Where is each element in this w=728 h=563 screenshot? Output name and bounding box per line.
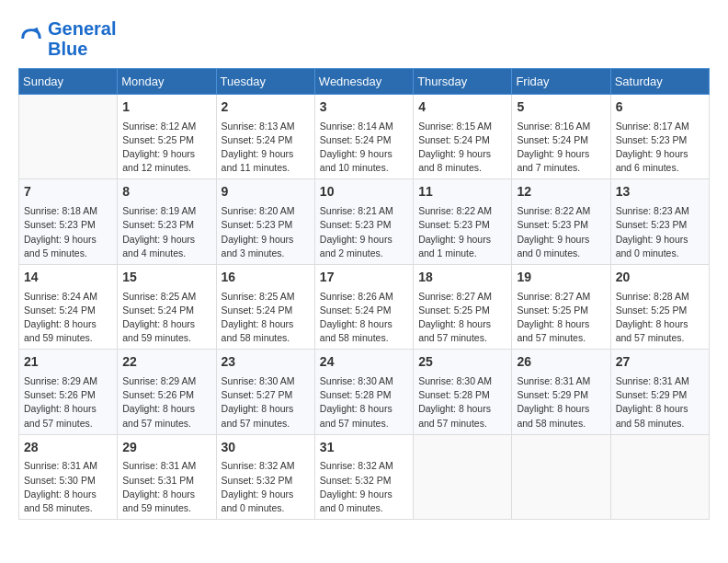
day-info: Sunrise: 8:23 AM Sunset: 5:23 PM Dayligh… — [616, 204, 704, 260]
day-cell: 27Sunrise: 8:31 AM Sunset: 5:29 PM Dayli… — [610, 350, 709, 434]
day-cell: 5Sunrise: 8:16 AM Sunset: 5:24 PM Daylig… — [512, 95, 610, 179]
day-cell: 10Sunrise: 8:21 AM Sunset: 5:23 PM Dayli… — [314, 179, 413, 264]
day-cell: 19Sunrise: 8:27 AM Sunset: 5:25 PM Dayli… — [512, 264, 610, 349]
day-number: 12 — [517, 183, 605, 201]
day-cell: 9Sunrise: 8:20 AM Sunset: 5:23 PM Daylig… — [216, 179, 314, 264]
week-row-1: 1Sunrise: 8:12 AM Sunset: 5:25 PM Daylig… — [19, 95, 710, 179]
day-cell: 7Sunrise: 8:18 AM Sunset: 5:23 PM Daylig… — [19, 179, 118, 264]
day-info: Sunrise: 8:18 AM Sunset: 5:23 PM Dayligh… — [24, 204, 112, 260]
day-info: Sunrise: 8:28 AM Sunset: 5:25 PM Dayligh… — [616, 290, 704, 346]
day-number: 22 — [122, 353, 210, 372]
day-number: 10 — [320, 183, 408, 201]
day-number: 18 — [418, 269, 506, 287]
day-number: 25 — [418, 353, 506, 372]
day-cell: 11Sunrise: 8:22 AM Sunset: 5:23 PM Dayli… — [414, 179, 512, 264]
week-row-5: 28Sunrise: 8:31 AM Sunset: 5:30 PM Dayli… — [19, 434, 710, 519]
day-number: 27 — [616, 353, 704, 372]
day-number: 17 — [320, 269, 408, 287]
day-cell: 30Sunrise: 8:32 AM Sunset: 5:32 PM Dayli… — [216, 434, 314, 519]
day-info: Sunrise: 8:30 AM Sunset: 5:28 PM Dayligh… — [320, 374, 408, 431]
day-info: Sunrise: 8:25 AM Sunset: 5:24 PM Dayligh… — [122, 290, 210, 346]
week-row-2: 7Sunrise: 8:18 AM Sunset: 5:23 PM Daylig… — [19, 179, 710, 264]
day-number: 20 — [616, 269, 704, 287]
day-cell: 16Sunrise: 8:25 AM Sunset: 5:24 PM Dayli… — [216, 264, 314, 349]
day-number: 19 — [517, 269, 605, 287]
weekday-header-tuesday: Tuesday — [216, 69, 314, 95]
day-number: 15 — [122, 269, 210, 287]
day-number: 24 — [320, 353, 408, 372]
day-cell: 12Sunrise: 8:22 AM Sunset: 5:23 PM Dayli… — [512, 179, 610, 264]
day-number: 4 — [418, 98, 506, 117]
day-number: 5 — [517, 98, 605, 117]
week-row-3: 14Sunrise: 8:24 AM Sunset: 5:24 PM Dayli… — [19, 264, 710, 349]
day-info: Sunrise: 8:31 AM Sunset: 5:29 PM Dayligh… — [517, 374, 605, 431]
day-number: 29 — [122, 439, 210, 457]
day-info: Sunrise: 8:32 AM Sunset: 5:32 PM Dayligh… — [320, 459, 408, 515]
logo-icon — [18, 26, 44, 52]
logo-text: General — [48, 18, 116, 39]
day-info: Sunrise: 8:24 AM Sunset: 5:24 PM Dayligh… — [24, 290, 112, 346]
day-number: 1 — [122, 98, 210, 117]
day-number: 7 — [24, 183, 112, 201]
day-number: 2 — [222, 98, 310, 117]
day-info: Sunrise: 8:31 AM Sunset: 5:29 PM Dayligh… — [616, 374, 704, 431]
day-cell: 8Sunrise: 8:19 AM Sunset: 5:23 PM Daylig… — [118, 179, 216, 264]
week-row-4: 21Sunrise: 8:29 AM Sunset: 5:26 PM Dayli… — [19, 350, 710, 434]
day-cell: 18Sunrise: 8:27 AM Sunset: 5:25 PM Dayli… — [414, 264, 512, 349]
day-info: Sunrise: 8:31 AM Sunset: 5:31 PM Dayligh… — [122, 459, 210, 515]
day-cell — [19, 95, 118, 179]
day-info: Sunrise: 8:27 AM Sunset: 5:25 PM Dayligh… — [517, 290, 605, 346]
day-number: 11 — [418, 183, 506, 201]
calendar-table: SundayMondayTuesdayWednesdayThursdayFrid… — [18, 68, 710, 520]
day-number: 13 — [616, 183, 704, 201]
day-info: Sunrise: 8:25 AM Sunset: 5:24 PM Dayligh… — [222, 290, 310, 346]
day-cell: 1Sunrise: 8:12 AM Sunset: 5:25 PM Daylig… — [118, 95, 216, 179]
day-info: Sunrise: 8:22 AM Sunset: 5:23 PM Dayligh… — [418, 204, 506, 260]
day-info: Sunrise: 8:17 AM Sunset: 5:23 PM Dayligh… — [616, 120, 704, 176]
day-cell: 15Sunrise: 8:25 AM Sunset: 5:24 PM Dayli… — [118, 264, 216, 349]
day-cell: 31Sunrise: 8:32 AM Sunset: 5:32 PM Dayli… — [314, 434, 413, 519]
day-cell: 20Sunrise: 8:28 AM Sunset: 5:25 PM Dayli… — [610, 264, 709, 349]
day-cell: 4Sunrise: 8:15 AM Sunset: 5:24 PM Daylig… — [414, 95, 512, 179]
day-number: 9 — [222, 183, 310, 201]
day-info: Sunrise: 8:29 AM Sunset: 5:26 PM Dayligh… — [122, 374, 210, 431]
day-number: 31 — [320, 439, 408, 457]
weekday-header-sunday: Sunday — [19, 69, 118, 95]
logo: General Blue — [18, 18, 116, 59]
day-number: 16 — [222, 269, 310, 287]
day-cell: 6Sunrise: 8:17 AM Sunset: 5:23 PM Daylig… — [610, 95, 709, 179]
day-info: Sunrise: 8:30 AM Sunset: 5:28 PM Dayligh… — [418, 374, 506, 431]
day-info: Sunrise: 8:22 AM Sunset: 5:23 PM Dayligh… — [517, 204, 605, 260]
day-info: Sunrise: 8:26 AM Sunset: 5:24 PM Dayligh… — [320, 290, 408, 346]
weekday-header-friday: Friday — [512, 69, 610, 95]
day-info: Sunrise: 8:29 AM Sunset: 5:26 PM Dayligh… — [24, 374, 112, 431]
day-cell: 2Sunrise: 8:13 AM Sunset: 5:24 PM Daylig… — [216, 95, 314, 179]
day-cell: 29Sunrise: 8:31 AM Sunset: 5:31 PM Dayli… — [118, 434, 216, 519]
day-info: Sunrise: 8:15 AM Sunset: 5:24 PM Dayligh… — [418, 120, 506, 176]
day-number: 8 — [122, 183, 210, 201]
day-cell — [414, 434, 512, 519]
day-info: Sunrise: 8:32 AM Sunset: 5:32 PM Dayligh… — [222, 459, 310, 515]
day-cell: 26Sunrise: 8:31 AM Sunset: 5:29 PM Dayli… — [512, 350, 610, 434]
weekday-header-monday: Monday — [118, 69, 216, 95]
day-info: Sunrise: 8:13 AM Sunset: 5:24 PM Dayligh… — [222, 120, 310, 176]
day-info: Sunrise: 8:12 AM Sunset: 5:25 PM Dayligh… — [122, 120, 210, 176]
day-cell: 23Sunrise: 8:30 AM Sunset: 5:27 PM Dayli… — [216, 350, 314, 434]
weekday-header-saturday: Saturday — [610, 69, 709, 95]
day-cell: 21Sunrise: 8:29 AM Sunset: 5:26 PM Dayli… — [19, 350, 118, 434]
day-cell — [610, 434, 709, 519]
day-cell: 25Sunrise: 8:30 AM Sunset: 5:28 PM Dayli… — [414, 350, 512, 434]
day-info: Sunrise: 8:19 AM Sunset: 5:23 PM Dayligh… — [122, 204, 210, 260]
day-cell: 14Sunrise: 8:24 AM Sunset: 5:24 PM Dayli… — [19, 264, 118, 349]
day-cell: 28Sunrise: 8:31 AM Sunset: 5:30 PM Dayli… — [19, 434, 118, 519]
day-number: 3 — [320, 98, 408, 117]
day-info: Sunrise: 8:27 AM Sunset: 5:25 PM Dayligh… — [418, 290, 506, 346]
weekday-header-row: SundayMondayTuesdayWednesdayThursdayFrid… — [19, 69, 710, 95]
weekday-header-wednesday: Wednesday — [314, 69, 413, 95]
weekday-header-thursday: Thursday — [414, 69, 512, 95]
day-number: 30 — [222, 439, 310, 457]
day-number: 21 — [24, 353, 112, 372]
day-cell — [512, 434, 610, 519]
day-info: Sunrise: 8:21 AM Sunset: 5:23 PM Dayligh… — [320, 204, 408, 260]
day-number: 23 — [222, 353, 310, 372]
